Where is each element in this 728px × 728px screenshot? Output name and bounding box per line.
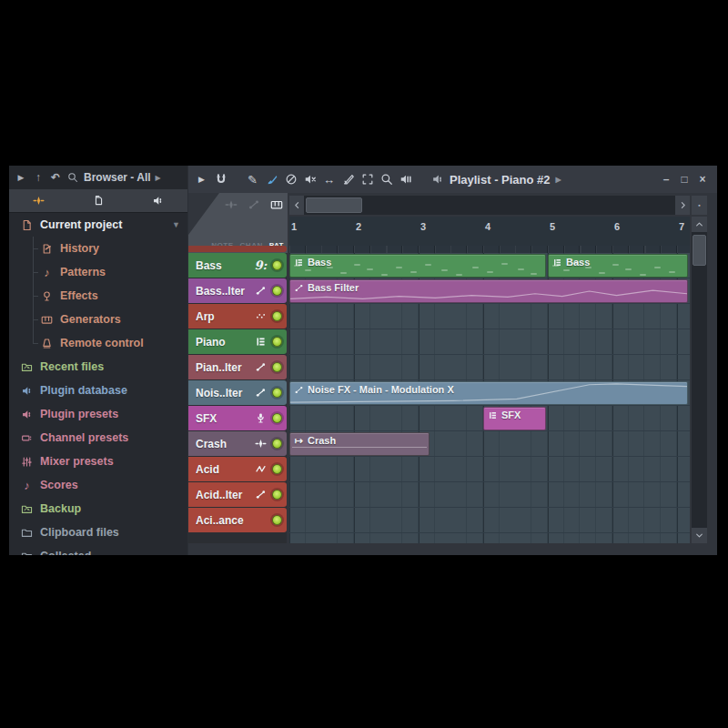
clip-noise-fx-main-modulation-x[interactable]: Noise FX - Main - Modulation X — [289, 381, 688, 405]
bar-number: 1 — [291, 221, 297, 232]
vertical-scrollbar[interactable] — [692, 217, 707, 543]
browser-item-history[interactable]: History — [9, 237, 187, 260]
up-arrow-icon[interactable]: ↑ — [32, 171, 45, 184]
track-nois-lter[interactable]: Nois..lter — [188, 380, 287, 405]
bar-number: 2 — [356, 221, 361, 232]
chevron-right-icon[interactable]: ▶ — [156, 174, 161, 182]
maximize-button[interactable]: □ — [677, 172, 692, 187]
sparkle-picker-tab[interactable] — [224, 197, 238, 212]
automation-picker-tab[interactable] — [247, 197, 261, 212]
note-icon: ♪ — [40, 266, 54, 279]
menu-tool[interactable]: ▶ — [192, 169, 211, 189]
track-sfx[interactable]: SFX — [188, 406, 287, 430]
zoom-tool[interactable] — [377, 169, 396, 189]
paint-tool[interactable] — [262, 169, 281, 189]
scroll-up-button[interactable] — [692, 217, 707, 232]
track-mute-led[interactable] — [272, 362, 282, 372]
track-arp[interactable]: Arp — [188, 304, 287, 329]
browser-item-patterns[interactable]: ♪Patterns — [9, 260, 187, 284]
vertical-scroll-thumb[interactable] — [693, 235, 706, 266]
select-tool[interactable] — [358, 169, 377, 189]
draw-tool[interactable]: ✎ — [243, 169, 262, 189]
midi-note-preview — [585, 267, 592, 268]
track-mute-led[interactable] — [272, 490, 282, 500]
track-name: Pian..lter — [196, 361, 254, 374]
track-mute-led[interactable] — [272, 439, 282, 449]
playback-tool[interactable] — [396, 169, 415, 189]
track-mute-led[interactable] — [272, 464, 282, 474]
track-mute-led[interactable] — [272, 413, 282, 423]
browser-item-backup[interactable]: Backup — [9, 497, 187, 521]
track-mute-led[interactable] — [272, 388, 282, 398]
browser-item-mixer-presets[interactable]: Mixer presets — [9, 450, 187, 473]
browser-item-clipboard-files[interactable]: Clipboard files — [9, 521, 187, 544]
midi-note-preview — [518, 268, 524, 270]
track-bass[interactable]: Bass9: — [188, 253, 287, 278]
delete-tool[interactable] — [281, 169, 300, 189]
scrollbar-options-button[interactable]: ▪ — [692, 196, 707, 215]
sparkle-icon — [254, 438, 268, 450]
close-button[interactable]: × — [695, 172, 710, 187]
midi-note-preview — [531, 273, 537, 275]
scroll-down-button[interactable] — [692, 528, 707, 543]
midi-note-preview — [305, 269, 311, 271]
track-mute-led[interactable] — [272, 337, 282, 347]
track-mute-led[interactable] — [272, 260, 282, 270]
browser-item-plugin-database[interactable]: Plugin database — [9, 379, 187, 402]
undo-icon[interactable]: ↶ — [49, 171, 62, 184]
minimize-button[interactable]: – — [659, 172, 673, 187]
search-icon[interactable] — [66, 171, 79, 184]
timeline-ruler[interactable]: 1234567 — [289, 217, 690, 246]
timeline-tickstrip[interactable] — [289, 246, 690, 253]
slip-tool[interactable]: ↔ — [319, 169, 339, 189]
files-tab[interactable] — [80, 191, 116, 211]
browser-panel: ▶↑↶ Browser - All ▶ Current project▼Hist… — [9, 166, 187, 555]
effects-icon — [40, 289, 54, 303]
automation-curve — [290, 382, 687, 404]
track-mute-led[interactable] — [272, 311, 282, 321]
track-name: Arp — [196, 310, 254, 323]
track-acid[interactable]: Acid — [188, 457, 287, 481]
audio-tab[interactable] — [21, 191, 57, 211]
piano-picker-tab[interactable] — [269, 197, 284, 212]
track-aci-ance[interactable]: Aci..ance — [188, 508, 287, 532]
horizontal-scrollbar[interactable] — [289, 196, 690, 215]
track-bass-lter[interactable]: Bass..lter — [188, 278, 287, 303]
browser-item-recent-files[interactable]: Recent files — [9, 355, 187, 379]
midi-note-preview — [410, 271, 417, 273]
clip-sfx[interactable]: SFX — [483, 407, 546, 430]
browser-item-plugin-presets[interactable]: Plugin presets — [9, 402, 187, 426]
snap-tool[interactable] — [211, 169, 230, 189]
menu-arrow-icon[interactable]: ▶ — [15, 171, 27, 184]
chevron-right-icon[interactable]: ▶ — [556, 176, 561, 184]
browser-item-collected[interactable]: Collected — [9, 544, 187, 555]
track-crash[interactable]: Crash — [188, 431, 287, 456]
browser-item-scores[interactable]: ♪Scores — [9, 473, 187, 497]
browser-item-label: Effects — [60, 289, 98, 302]
caret-down-icon[interactable]: ▼ — [172, 220, 180, 229]
slice-tool[interactable] — [339, 169, 358, 189]
scroll-right-button[interactable] — [675, 196, 690, 215]
scroll-left-button[interactable] — [289, 196, 304, 215]
clip-bass[interactable]: Bass — [548, 254, 688, 278]
track-mute-led[interactable] — [272, 286, 282, 296]
horizontal-scroll-thumb[interactable] — [306, 197, 362, 213]
plugins-tab[interactable] — [139, 191, 176, 211]
track-piano[interactable]: Piano — [188, 329, 287, 354]
clip-bass[interactable]: Bass — [289, 254, 546, 278]
playlist-grid[interactable]: BassBassBass FilterNoise FX - Main - Mod… — [289, 253, 690, 543]
clip-bass-filter[interactable]: Bass Filter — [289, 279, 688, 303]
browser-item-current-project[interactable]: Current project▼ — [9, 213, 187, 237]
browser-item-channel-presets[interactable]: Channel presets — [9, 426, 187, 450]
mute-tool[interactable] — [300, 169, 319, 189]
track-name: Acid — [196, 463, 254, 476]
track-pian-lter[interactable]: Pian..lter — [188, 355, 287, 379]
browser-item-label: Current project — [40, 218, 122, 231]
track-mute-led[interactable] — [272, 515, 282, 525]
clip-crash[interactable]: ↦Crash — [289, 432, 430, 456]
partial-track-strip[interactable] — [188, 246, 287, 252]
track-acid-lter[interactable]: Acid..lter — [188, 482, 287, 507]
browser-item-remote-control[interactable]: Remote control — [9, 331, 187, 355]
browser-item-generators[interactable]: Generators — [9, 308, 187, 331]
browser-item-effects[interactable]: Effects — [9, 284, 187, 308]
